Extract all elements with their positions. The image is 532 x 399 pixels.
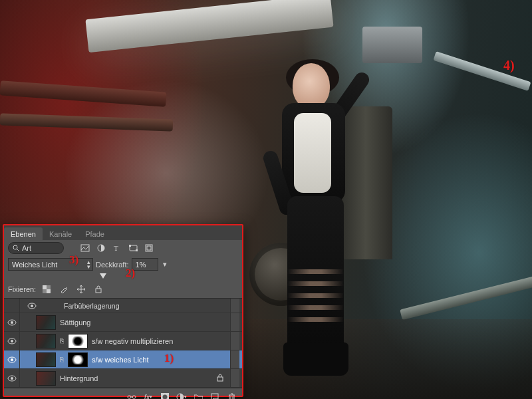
photo-machine [362, 27, 422, 63]
svg-rect-11 [47, 289, 51, 293]
link-icon: ⎘ [60, 337, 64, 344]
annotation-1: 1) [164, 352, 174, 365]
effects-label: Farbüberlagerung [44, 302, 226, 310]
opacity-slider-thumb[interactable] [100, 273, 106, 279]
new-group-button[interactable] [193, 391, 203, 399]
eye-icon [7, 356, 17, 363]
panel-tabs: Ebenen Kanäle Pfade [4, 225, 242, 240]
photo-rail [434, 51, 531, 91]
svg-point-16 [31, 305, 33, 307]
opacity-slider[interactable] [98, 273, 211, 281]
new-adjustment-button[interactable]: ▾ [176, 391, 187, 399]
layer-row-sw-negativ[interactable]: ⎘ s/w negativ multiplizieren [4, 332, 242, 350]
layer-name[interactable]: s/w negativ multiplizieren [92, 337, 226, 345]
eye-icon [7, 319, 17, 326]
lock-icon [214, 374, 226, 383]
svg-line-1 [17, 249, 19, 251]
svg-point-18 [11, 321, 13, 324]
layers-panel: Ebenen Kanäle Pfade Art T Weiches Licht … [3, 224, 243, 397]
scrollbar[interactable] [230, 332, 239, 350]
new-layer-button[interactable] [209, 391, 220, 399]
lock-label: Fixieren: [8, 285, 36, 293]
layer-row-sw-weiches-licht[interactable]: ⎘ s/w weiches Licht [4, 350, 242, 369]
layer-filter-label: Art [22, 244, 31, 252]
delete-layer-button[interactable] [226, 391, 237, 399]
layer-thumb[interactable] [36, 334, 56, 348]
tab-channels[interactable]: Kanäle [43, 227, 78, 240]
annotation-2: 2) [126, 267, 135, 280]
filter-type-icon[interactable]: T [110, 242, 124, 254]
layer-mask-thumb[interactable] [68, 352, 88, 367]
layer-row-saettigung[interactable]: Sättigung [4, 313, 242, 332]
opacity-input[interactable]: 1% [132, 258, 158, 271]
layer-filter-select[interactable]: Art [8, 242, 64, 254]
blend-mode-select[interactable]: Weiches Licht ▴▾ [8, 258, 93, 271]
lock-paint-button[interactable] [57, 283, 70, 295]
scrollbar[interactable] [230, 350, 239, 368]
annotation-3: 3) [69, 253, 78, 267]
layer-name[interactable]: Hintergrund [60, 374, 210, 382]
filter-smart-icon[interactable] [142, 242, 156, 254]
tab-paths[interactable]: Pfade [78, 227, 111, 240]
svg-rect-13 [43, 289, 47, 293]
photo-pipe [0, 80, 166, 106]
scrollbar[interactable] [230, 299, 239, 313]
eye-icon [7, 375, 17, 382]
photo-light-fixture [85, 0, 333, 53]
svg-rect-12 [47, 285, 51, 289]
scrollbar[interactable] [230, 313, 239, 331]
svg-rect-2 [81, 245, 89, 251]
svg-point-24 [11, 377, 13, 380]
layer-mask-thumb[interactable] [68, 334, 88, 348]
svg-rect-7 [136, 249, 138, 251]
filter-shape-icon[interactable] [126, 242, 140, 254]
lock-all-button[interactable] [92, 283, 105, 295]
svg-point-20 [11, 340, 13, 342]
svg-rect-10 [43, 285, 47, 289]
svg-rect-25 [217, 377, 223, 381]
svg-point-22 [11, 358, 13, 361]
opacity-dropdown-caret[interactable]: ▾ [161, 260, 169, 269]
layer-effects-header[interactable]: Farbüberlagerung [4, 299, 242, 313]
blend-mode-value: Weiches Licht [12, 261, 57, 269]
layer-thumb[interactable] [36, 315, 56, 330]
visibility-toggle[interactable] [4, 332, 20, 350]
svg-text:T: T [114, 244, 118, 252]
svg-rect-9 [147, 246, 151, 250]
tab-layers[interactable]: Ebenen [4, 227, 43, 240]
layer-name[interactable]: Sättigung [60, 319, 226, 327]
filter-pixel-icon[interactable] [78, 242, 92, 254]
lock-move-button[interactable] [74, 283, 88, 295]
svg-rect-14 [96, 289, 101, 293]
fx-button[interactable]: fx▾ [143, 391, 154, 399]
add-mask-button[interactable] [160, 391, 170, 399]
link-icon: ⎘ [60, 356, 64, 363]
layer-list: Farbüberlagerung Sättigung ⎘ s/w negativ… [4, 298, 242, 388]
layer-name[interactable]: s/w weiches Licht [92, 356, 226, 364]
opacity-value: 1% [136, 261, 146, 269]
layer-thumb[interactable] [36, 371, 56, 386]
visibility-toggle[interactable] [4, 350, 20, 368]
svg-rect-6 [129, 245, 131, 247]
link-layers-button[interactable] [126, 391, 137, 399]
panel-footer: fx▾ ▾ [4, 388, 242, 399]
layer-thumb[interactable] [36, 352, 56, 367]
eye-icon [27, 303, 37, 309]
layer-row-hintergrund[interactable]: Hintergrund [4, 369, 242, 388]
filter-adjust-icon[interactable] [94, 242, 108, 254]
photo-rail [400, 276, 532, 320]
visibility-toggle[interactable] [4, 369, 20, 387]
svg-point-0 [13, 245, 17, 249]
photo-pipe [0, 113, 173, 131]
visibility-toggle[interactable] [4, 313, 20, 331]
lock-transparency-button[interactable] [40, 283, 53, 295]
eye-icon [7, 338, 17, 344]
opacity-label: Deckkraft: [96, 261, 129, 269]
search-icon [13, 245, 19, 251]
annotation-4: 4) [503, 58, 515, 73]
photo-model [259, 63, 379, 376]
scrollbar[interactable] [230, 369, 239, 387]
